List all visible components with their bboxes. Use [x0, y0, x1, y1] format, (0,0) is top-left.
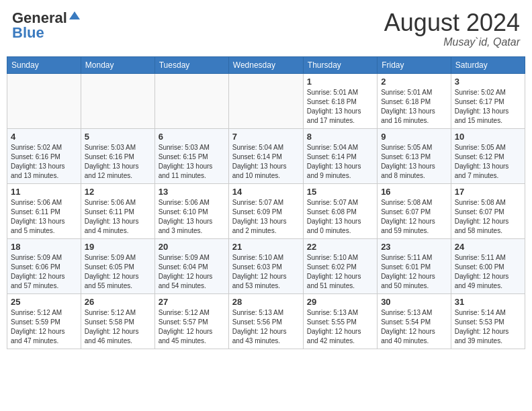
calendar-header-row: Sunday Monday Tuesday Wednesday Thursday… [7, 56, 525, 73]
table-row: 25Sunrise: 5:12 AM Sunset: 5:59 PM Dayli… [7, 293, 81, 349]
cell-day-number: 4 [11, 132, 77, 142]
cell-info: Sunrise: 5:10 AM Sunset: 6:03 PM Dayligh… [232, 253, 300, 291]
logo-blue: Blue [12, 24, 44, 42]
table-row: 2Sunrise: 5:01 AM Sunset: 6:18 PM Daylig… [378, 73, 451, 128]
cell-day-number: 26 [85, 297, 151, 307]
table-row: 12Sunrise: 5:06 AM Sunset: 6:11 PM Dayli… [81, 183, 154, 238]
cell-info: Sunrise: 5:06 AM Sunset: 6:10 PM Dayligh… [159, 198, 225, 236]
col-monday: Monday [81, 56, 154, 73]
table-row: 21Sunrise: 5:10 AM Sunset: 6:03 PM Dayli… [228, 238, 303, 293]
cell-day-number: 3 [455, 77, 521, 87]
table-row [154, 73, 228, 128]
cell-info: Sunrise: 5:05 AM Sunset: 6:13 PM Dayligh… [381, 143, 447, 181]
cell-info: Sunrise: 5:10 AM Sunset: 6:02 PM Dayligh… [307, 253, 373, 291]
table-row: 4Sunrise: 5:02 AM Sunset: 6:16 PM Daylig… [7, 128, 81, 183]
cell-day-number: 11 [11, 187, 77, 197]
cell-info: Sunrise: 5:02 AM Sunset: 6:17 PM Dayligh… [455, 88, 521, 126]
table-row: 23Sunrise: 5:11 AM Sunset: 6:01 PM Dayli… [378, 238, 451, 293]
table-row: 18Sunrise: 5:09 AM Sunset: 6:06 PM Dayli… [7, 238, 81, 293]
table-row: 5Sunrise: 5:03 AM Sunset: 6:16 PM Daylig… [81, 128, 154, 183]
table-row: 3Sunrise: 5:02 AM Sunset: 6:17 PM Daylig… [451, 73, 525, 128]
table-row: 1Sunrise: 5:01 AM Sunset: 6:18 PM Daylig… [303, 73, 377, 128]
cell-day-number: 10 [455, 132, 521, 142]
page-header: General Blue August 2024 Musay`id, Qatar [7, 7, 525, 51]
table-row: 10Sunrise: 5:05 AM Sunset: 6:12 PM Dayli… [451, 128, 525, 183]
cell-day-number: 31 [455, 297, 521, 307]
cell-info: Sunrise: 5:07 AM Sunset: 6:09 PM Dayligh… [232, 198, 300, 236]
cell-day-number: 1 [307, 77, 373, 87]
logo: General Blue [12, 9, 81, 42]
table-row: 14Sunrise: 5:07 AM Sunset: 6:09 PM Dayli… [228, 183, 303, 238]
table-row: 16Sunrise: 5:08 AM Sunset: 6:07 PM Dayli… [378, 183, 451, 238]
cell-info: Sunrise: 5:01 AM Sunset: 6:18 PM Dayligh… [307, 88, 373, 126]
cell-info: Sunrise: 5:11 AM Sunset: 6:00 PM Dayligh… [455, 253, 521, 291]
table-row [228, 73, 303, 128]
cell-info: Sunrise: 5:06 AM Sunset: 6:11 PM Dayligh… [11, 198, 77, 236]
table-row: 20Sunrise: 5:09 AM Sunset: 6:04 PM Dayli… [154, 238, 228, 293]
table-row [81, 73, 154, 128]
cell-info: Sunrise: 5:13 AM Sunset: 5:56 PM Dayligh… [232, 308, 300, 346]
cell-info: Sunrise: 5:11 AM Sunset: 6:01 PM Dayligh… [381, 253, 447, 291]
cell-info: Sunrise: 5:13 AM Sunset: 5:55 PM Dayligh… [307, 308, 373, 346]
cell-info: Sunrise: 5:05 AM Sunset: 6:12 PM Dayligh… [455, 143, 521, 181]
cell-info: Sunrise: 5:04 AM Sunset: 6:14 PM Dayligh… [232, 143, 300, 181]
cell-day-number: 5 [85, 132, 151, 142]
calendar-week-row: 1Sunrise: 5:01 AM Sunset: 6:18 PM Daylig… [7, 73, 525, 128]
cell-info: Sunrise: 5:14 AM Sunset: 5:53 PM Dayligh… [455, 308, 521, 346]
table-row: 31Sunrise: 5:14 AM Sunset: 5:53 PM Dayli… [451, 293, 525, 349]
cell-day-number: 20 [159, 242, 225, 252]
cell-day-number: 30 [381, 297, 447, 307]
calendar-week-row: 11Sunrise: 5:06 AM Sunset: 6:11 PM Dayli… [7, 183, 525, 238]
table-row: 6Sunrise: 5:03 AM Sunset: 6:15 PM Daylig… [154, 128, 228, 183]
table-row: 26Sunrise: 5:12 AM Sunset: 5:58 PM Dayli… [81, 293, 154, 349]
cell-day-number: 23 [381, 242, 447, 252]
cell-day-number: 17 [455, 187, 521, 197]
cell-day-number: 18 [11, 242, 77, 252]
cell-info: Sunrise: 5:07 AM Sunset: 6:08 PM Dayligh… [307, 198, 373, 236]
table-row: 13Sunrise: 5:06 AM Sunset: 6:10 PM Dayli… [154, 183, 228, 238]
cell-day-number: 25 [11, 297, 77, 307]
cell-day-number: 7 [232, 132, 300, 142]
table-row: 28Sunrise: 5:13 AM Sunset: 5:56 PM Dayli… [228, 293, 303, 349]
svg-marker-0 [69, 11, 80, 19]
cell-day-number: 13 [159, 187, 225, 197]
table-row: 30Sunrise: 5:13 AM Sunset: 5:54 PM Dayli… [378, 293, 451, 349]
cell-day-number: 28 [232, 297, 300, 307]
page-location: Musay`id, Qatar [384, 36, 520, 48]
table-row: 17Sunrise: 5:08 AM Sunset: 6:07 PM Dayli… [451, 183, 525, 238]
cell-info: Sunrise: 5:03 AM Sunset: 6:15 PM Dayligh… [159, 143, 225, 181]
cell-day-number: 16 [381, 187, 447, 197]
cell-info: Sunrise: 5:02 AM Sunset: 6:16 PM Dayligh… [11, 143, 77, 181]
table-row: 24Sunrise: 5:11 AM Sunset: 6:00 PM Dayli… [451, 238, 525, 293]
cell-info: Sunrise: 5:13 AM Sunset: 5:54 PM Dayligh… [381, 308, 447, 346]
cell-info: Sunrise: 5:09 AM Sunset: 6:06 PM Dayligh… [11, 253, 77, 291]
calendar-table: Sunday Monday Tuesday Wednesday Thursday… [7, 56, 525, 349]
cell-day-number: 24 [455, 242, 521, 252]
table-row: 29Sunrise: 5:13 AM Sunset: 5:55 PM Dayli… [303, 293, 377, 349]
calendar-week-row: 18Sunrise: 5:09 AM Sunset: 6:06 PM Dayli… [7, 238, 525, 293]
cell-day-number: 2 [381, 77, 447, 87]
cell-day-number: 14 [232, 187, 300, 197]
table-row: 8Sunrise: 5:04 AM Sunset: 6:14 PM Daylig… [303, 128, 377, 183]
col-friday: Friday [378, 56, 451, 73]
table-row [7, 73, 81, 128]
cell-day-number: 12 [85, 187, 151, 197]
logo-icon [68, 10, 81, 24]
col-sunday: Sunday [7, 56, 81, 73]
cell-info: Sunrise: 5:12 AM Sunset: 5:59 PM Dayligh… [11, 308, 77, 346]
cell-day-number: 9 [381, 132, 447, 142]
title-block: August 2024 Musay`id, Qatar [384, 9, 520, 48]
table-row: 19Sunrise: 5:09 AM Sunset: 6:05 PM Dayli… [81, 238, 154, 293]
table-row: 22Sunrise: 5:10 AM Sunset: 6:02 PM Dayli… [303, 238, 377, 293]
cell-day-number: 21 [232, 242, 300, 252]
table-row: 7Sunrise: 5:04 AM Sunset: 6:14 PM Daylig… [228, 128, 303, 183]
cell-info: Sunrise: 5:01 AM Sunset: 6:18 PM Dayligh… [381, 88, 447, 126]
cell-day-number: 15 [307, 187, 373, 197]
col-wednesday: Wednesday [228, 56, 303, 73]
cell-info: Sunrise: 5:08 AM Sunset: 6:07 PM Dayligh… [455, 198, 521, 236]
cell-info: Sunrise: 5:12 AM Sunset: 5:57 PM Dayligh… [159, 308, 225, 346]
calendar-week-row: 4Sunrise: 5:02 AM Sunset: 6:16 PM Daylig… [7, 128, 525, 183]
cell-day-number: 19 [85, 242, 151, 252]
cell-day-number: 8 [307, 132, 373, 142]
cell-day-number: 29 [307, 297, 373, 307]
